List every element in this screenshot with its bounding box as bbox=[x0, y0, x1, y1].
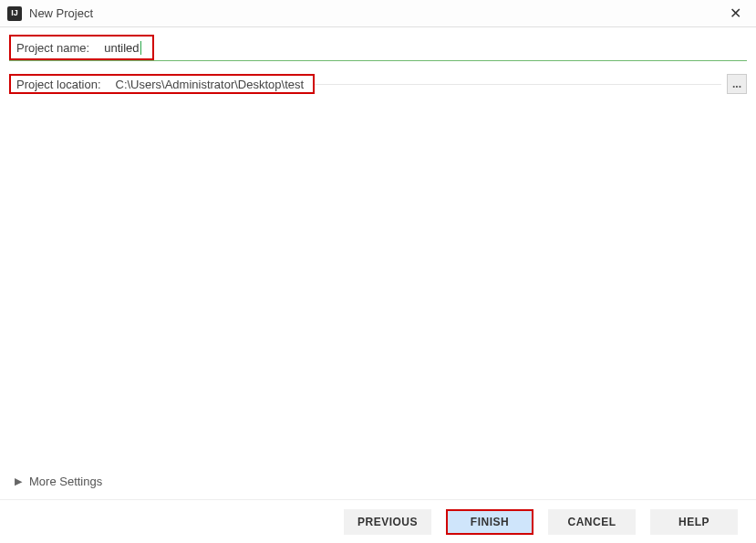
titlebar: IJ New Project ✕ bbox=[0, 0, 756, 27]
app-icon: IJ bbox=[7, 6, 22, 21]
close-button[interactable]: ✕ bbox=[721, 5, 749, 22]
location-divider bbox=[315, 84, 721, 85]
app-icon-letter: IJ bbox=[11, 9, 18, 17]
project-location-input[interactable]: C:\Users\Administrator\Desktop\test bbox=[107, 78, 305, 91]
previous-button[interactable]: PREVIOUS bbox=[344, 509, 431, 535]
project-name-label: Project name: bbox=[11, 41, 95, 55]
more-settings-toggle[interactable]: ▶ More Settings bbox=[15, 475, 102, 488]
project-name-row: Project name: untiled bbox=[9, 35, 747, 61]
help-button[interactable]: HELP bbox=[650, 509, 738, 535]
project-location-label: Project location: bbox=[11, 78, 107, 91]
window-title: New Project bbox=[29, 6, 93, 20]
project-name-input[interactable]: untiled bbox=[95, 41, 139, 55]
more-settings-label: More Settings bbox=[29, 475, 102, 488]
finish-button[interactable]: FINISH bbox=[446, 509, 533, 535]
cancel-button[interactable]: CANCEL bbox=[548, 509, 636, 535]
text-cursor bbox=[140, 41, 141, 55]
ellipsis-icon: ... bbox=[732, 78, 741, 90]
project-name-field-highlight: Project name: untiled bbox=[9, 35, 154, 60]
button-bar: PREVIOUS FINISH CANCEL HELP bbox=[0, 499, 756, 543]
close-icon: ✕ bbox=[730, 5, 741, 21]
content-area: Project name: untiled Project location: … bbox=[0, 27, 756, 499]
project-location-field-highlight: Project location: C:\Users\Administrator… bbox=[9, 74, 315, 94]
browse-location-button[interactable]: ... bbox=[727, 74, 747, 94]
project-location-row: Project location: C:\Users\Administrator… bbox=[9, 74, 747, 94]
chevron-right-icon: ▶ bbox=[15, 475, 22, 487]
